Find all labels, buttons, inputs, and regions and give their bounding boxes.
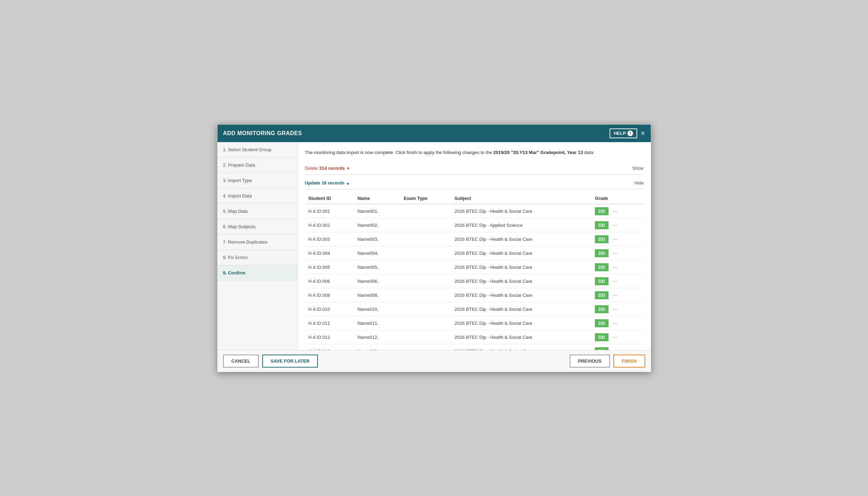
footer-right: PREVIOUS FINISH bbox=[570, 355, 645, 368]
table-row: H.4.ID.006Name006,2016 BTEC Dip - Health… bbox=[305, 274, 644, 288]
cell-name: Name002, bbox=[354, 218, 400, 232]
sidebar-item-import-type[interactable]: 3. Import Type bbox=[218, 173, 298, 188]
sidebar-item-map-data[interactable]: 5. Map Data bbox=[218, 204, 298, 219]
update-hide-link[interactable]: Hide bbox=[634, 180, 644, 186]
modal-header: ADD MONITORING GRADES HELP ? × bbox=[218, 125, 651, 142]
update-count: 16 records bbox=[322, 180, 345, 186]
row-options-button[interactable]: ··· bbox=[611, 292, 619, 299]
cell-name: Name004, bbox=[354, 246, 400, 260]
row-options-button[interactable]: ··· bbox=[611, 222, 619, 229]
cell-student-id: H.4.ID.008 bbox=[305, 288, 354, 302]
help-circle-icon: ? bbox=[627, 131, 633, 136]
cell-subject: 2016 BTEC Dip - Health & Social Care bbox=[451, 316, 592, 330]
table-row: H.4.ID.004Name004,2016 BTEC Dip - Health… bbox=[305, 246, 644, 260]
update-section-row: Update 16 records ▲ Hide bbox=[305, 177, 644, 189]
row-options-button[interactable]: ··· bbox=[611, 264, 619, 271]
row-options-button[interactable]: ··· bbox=[611, 208, 619, 215]
delete-prefix: Delete bbox=[305, 166, 318, 171]
cell-grade: DD··· bbox=[591, 288, 643, 302]
grade-badge: DD bbox=[595, 235, 609, 243]
close-button[interactable]: × bbox=[641, 130, 645, 137]
row-options-button[interactable]: ··· bbox=[611, 306, 619, 313]
modal-container: ADD MONITORING GRADES HELP ? × 1. Select… bbox=[217, 124, 651, 372]
cell-name: Name010, bbox=[354, 302, 400, 316]
sidebar-item-remove-duplicates[interactable]: 7. Remove Duplicates bbox=[218, 235, 298, 250]
delete-records-link[interactable]: Delete 314 records ▼ bbox=[305, 166, 350, 171]
cell-exam-type bbox=[400, 274, 451, 288]
table-row: H.4.ID.012Name012,2016 BTEC Dip - Health… bbox=[305, 330, 644, 344]
cell-grade: DD··· bbox=[591, 246, 643, 260]
table-row: H.4.ID.001Name001,2016 BTEC Dip - Health… bbox=[305, 204, 644, 218]
row-options-button[interactable]: ··· bbox=[611, 236, 619, 243]
grade-badge: DD bbox=[595, 263, 609, 271]
cell-exam-type bbox=[400, 330, 451, 344]
grade-badge: DD bbox=[595, 249, 609, 257]
table-row: H.4.ID.005Name005,2016 BTEC Dip - Health… bbox=[305, 260, 644, 274]
delete-show-link[interactable]: Show bbox=[632, 166, 644, 171]
row-options-button[interactable]: ··· bbox=[611, 278, 619, 285]
cell-subject: 2016 BTEC Dip - Health & Social Care bbox=[451, 246, 592, 260]
intro-bold-type: Gradepoint, Year 13 bbox=[540, 150, 583, 155]
table-row: H.4.ID.002Name002,2016 BTEC Dip - Applie… bbox=[305, 218, 644, 232]
footer-left: CANCEL SAVE FOR LATER bbox=[223, 355, 318, 368]
intro-text: The monitoring data import is now comple… bbox=[305, 149, 644, 156]
cell-student-id: H.4.ID.006 bbox=[305, 274, 354, 288]
cell-subject: 2016 BTEC Dip - Health & Social Care bbox=[451, 274, 592, 288]
table-row: H.4.ID.003Name003,2016 BTEC Dip - Health… bbox=[305, 232, 644, 246]
sidebar-item-select-student-group[interactable]: 1. Select Student Group bbox=[218, 142, 298, 158]
table-header: Student IDNameExam TypeSubjectGrade bbox=[305, 193, 644, 204]
cell-student-id: H.4.ID.013 bbox=[305, 344, 354, 350]
help-label: HELP bbox=[614, 131, 626, 136]
cell-student-id: H.4.ID.001 bbox=[305, 204, 354, 218]
help-button[interactable]: HELP ? bbox=[610, 128, 637, 138]
modal-footer: CANCEL SAVE FOR LATER PREVIOUS FINISH bbox=[218, 350, 651, 372]
intro-text-before: The monitoring data import is now comple… bbox=[305, 150, 493, 155]
cell-grade: DD··· bbox=[591, 204, 643, 218]
cell-grade: DD··· bbox=[591, 218, 643, 232]
cell-grade: DD··· bbox=[591, 260, 643, 274]
cancel-button[interactable]: CANCEL bbox=[223, 355, 259, 368]
header-right: HELP ? × bbox=[610, 128, 645, 138]
previous-button[interactable]: PREVIOUS bbox=[570, 355, 610, 368]
col-header-student_id: Student ID bbox=[305, 193, 354, 204]
cell-student-id: H.4.ID.002 bbox=[305, 218, 354, 232]
cell-grade: DD··· bbox=[591, 330, 643, 344]
col-header-name: Name bbox=[354, 193, 400, 204]
cell-subject: 2016 BTEC Dip - Health & Social Care bbox=[451, 260, 592, 274]
intro-text-after: data: bbox=[584, 150, 595, 155]
cell-student-id: H.4.ID.005 bbox=[305, 260, 354, 274]
cell-subject: 2016 BTEC Dip - Health & Social Care bbox=[451, 204, 592, 218]
row-options-button[interactable]: ··· bbox=[611, 334, 619, 341]
sidebar-item-map-subjects[interactable]: 6. Map Subjects bbox=[218, 219, 298, 235]
finish-button[interactable]: FINISH bbox=[613, 355, 645, 368]
save-for-later-button[interactable]: SAVE FOR LATER bbox=[262, 355, 318, 368]
sidebar-item-prepare-data[interactable]: 2. Prepare Data bbox=[218, 158, 298, 173]
cell-name: Name001, bbox=[354, 204, 400, 218]
cell-subject: 2016 BTEC Dip - Applied Science bbox=[451, 218, 592, 232]
grade-badge: DD bbox=[595, 319, 609, 327]
cell-name: Name011, bbox=[354, 316, 400, 330]
delete-count: 314 records bbox=[319, 166, 345, 171]
cell-student-id: H.4.ID.010 bbox=[305, 302, 354, 316]
cell-name: Name006, bbox=[354, 274, 400, 288]
row-options-button[interactable]: ··· bbox=[611, 348, 619, 350]
row-options-button[interactable]: ··· bbox=[611, 320, 619, 327]
cell-grade: DD··· bbox=[591, 232, 643, 246]
sidebar-item-import-data[interactable]: 4. Import Data bbox=[218, 188, 298, 204]
cell-exam-type bbox=[400, 344, 451, 350]
table-row: H.4.ID.010Name010,2016 BTEC Dip - Health… bbox=[305, 302, 644, 316]
sidebar-item-confirm[interactable]: 9. Confirm bbox=[218, 265, 298, 281]
grade-badge: DD bbox=[595, 333, 609, 341]
cell-name: Name013, bbox=[354, 344, 400, 350]
modal-body: 1. Select Student Group2. Prepare Data3.… bbox=[218, 142, 651, 350]
sidebar-item-fix-errors[interactable]: 8. Fix Errors bbox=[218, 250, 298, 265]
grade-badge: DD bbox=[595, 305, 609, 313]
grade-badge: DD bbox=[595, 291, 609, 299]
cell-exam-type bbox=[400, 288, 451, 302]
row-options-button[interactable]: ··· bbox=[611, 250, 619, 257]
cell-grade: DD··· bbox=[591, 274, 643, 288]
cell-exam-type bbox=[400, 232, 451, 246]
update-prefix: Update bbox=[305, 180, 320, 186]
cell-student-id: H.4.ID.003 bbox=[305, 232, 354, 246]
update-records-link[interactable]: Update 16 records ▲ bbox=[305, 180, 350, 186]
